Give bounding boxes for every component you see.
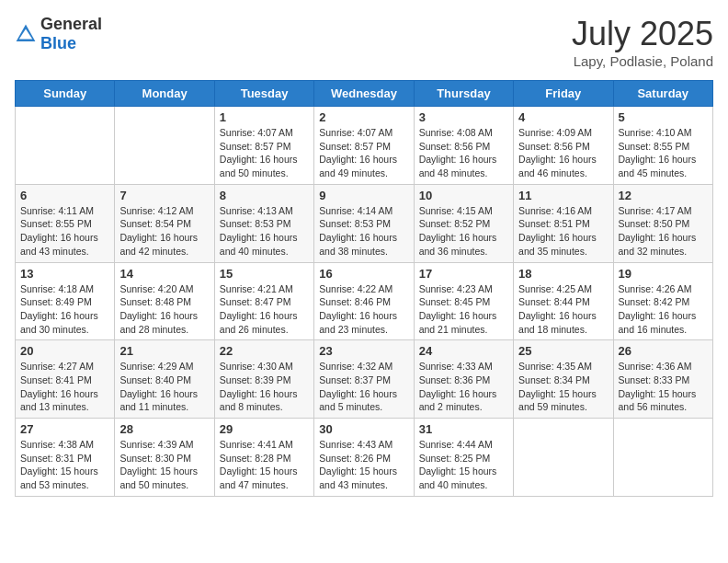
table-row xyxy=(115,107,214,185)
day-info-2: Sunrise: 4:07 AM Sunset: 8:57 PM Dayligh… xyxy=(319,126,408,180)
day-info-6: Sunrise: 4:11 AM Sunset: 8:55 PM Dayligh… xyxy=(20,204,109,259)
day-info-29: Sunrise: 4:41 AM Sunset: 8:28 PM Dayligh… xyxy=(220,438,309,492)
table-row: 21Sunrise: 4:29 AM Sunset: 8:40 PM Dayli… xyxy=(115,340,214,419)
table-row: 3Sunrise: 4:08 AM Sunset: 8:56 PM Daylig… xyxy=(414,107,513,185)
table-row: 2Sunrise: 4:07 AM Sunset: 8:57 PM Daylig… xyxy=(314,107,414,185)
day-number-20: 20 xyxy=(20,344,109,358)
table-row: 28Sunrise: 4:39 AM Sunset: 8:30 PM Dayli… xyxy=(115,419,214,497)
col-tuesday: Tuesday xyxy=(214,81,313,107)
title-block: July 2025 Lapy, Podlasie, Poland xyxy=(572,15,713,69)
calendar-table: Sunday Monday Tuesday Wednesday Thursday… xyxy=(15,80,713,497)
day-number-4: 4 xyxy=(518,110,608,124)
table-row: 25Sunrise: 4:35 AM Sunset: 8:34 PM Dayli… xyxy=(514,340,613,419)
table-row: 17Sunrise: 4:23 AM Sunset: 8:45 PM Dayli… xyxy=(414,262,513,340)
day-number-16: 16 xyxy=(319,267,408,281)
day-info-5: Sunrise: 4:10 AM Sunset: 8:55 PM Dayligh… xyxy=(619,126,708,180)
table-row: 16Sunrise: 4:22 AM Sunset: 8:46 PM Dayli… xyxy=(314,262,414,340)
table-row: 24Sunrise: 4:33 AM Sunset: 8:36 PM Dayli… xyxy=(414,340,513,419)
day-info-1: Sunrise: 4:07 AM Sunset: 8:57 PM Dayligh… xyxy=(220,126,309,180)
day-number-1: 1 xyxy=(220,110,309,124)
day-number-5: 5 xyxy=(619,110,708,124)
day-info-18: Sunrise: 4:25 AM Sunset: 8:44 PM Dayligh… xyxy=(518,282,608,337)
table-row: 20Sunrise: 4:27 AM Sunset: 8:41 PM Dayli… xyxy=(16,340,115,419)
calendar-week-5: 27Sunrise: 4:38 AM Sunset: 8:31 PM Dayli… xyxy=(16,419,713,497)
day-number-14: 14 xyxy=(119,267,209,281)
day-number-21: 21 xyxy=(119,344,209,358)
day-number-22: 22 xyxy=(220,344,309,358)
table-row: 7Sunrise: 4:12 AM Sunset: 8:54 PM Daylig… xyxy=(115,184,214,262)
day-number-10: 10 xyxy=(419,189,508,202)
table-row: 23Sunrise: 4:32 AM Sunset: 8:37 PM Dayli… xyxy=(314,340,414,419)
calendar-week-3: 13Sunrise: 4:18 AM Sunset: 8:49 PM Dayli… xyxy=(16,262,713,340)
logo-general: General xyxy=(40,15,102,33)
day-number-26: 26 xyxy=(619,344,708,358)
day-number-17: 17 xyxy=(419,267,508,281)
calendar-week-1: 1Sunrise: 4:07 AM Sunset: 8:57 PM Daylig… xyxy=(16,107,713,185)
col-thursday: Thursday xyxy=(414,81,513,107)
table-row: 15Sunrise: 4:21 AM Sunset: 8:47 PM Dayli… xyxy=(214,262,313,340)
table-row: 26Sunrise: 4:36 AM Sunset: 8:33 PM Dayli… xyxy=(613,340,712,419)
table-row: 19Sunrise: 4:26 AM Sunset: 8:42 PM Dayli… xyxy=(613,262,712,340)
day-number-24: 24 xyxy=(419,344,508,358)
day-info-9: Sunrise: 4:14 AM Sunset: 8:53 PM Dayligh… xyxy=(319,204,408,259)
day-number-6: 6 xyxy=(20,189,109,202)
day-number-18: 18 xyxy=(518,267,608,281)
day-number-12: 12 xyxy=(619,189,708,202)
table-row: 12Sunrise: 4:17 AM Sunset: 8:50 PM Dayli… xyxy=(613,184,712,262)
day-info-10: Sunrise: 4:15 AM Sunset: 8:52 PM Dayligh… xyxy=(419,204,508,259)
day-info-14: Sunrise: 4:20 AM Sunset: 8:48 PM Dayligh… xyxy=(119,282,209,337)
table-row xyxy=(514,419,613,497)
table-row: 6Sunrise: 4:11 AM Sunset: 8:55 PM Daylig… xyxy=(16,184,115,262)
table-row: 18Sunrise: 4:25 AM Sunset: 8:44 PM Dayli… xyxy=(514,262,613,340)
day-info-28: Sunrise: 4:39 AM Sunset: 8:30 PM Dayligh… xyxy=(119,438,209,492)
day-info-8: Sunrise: 4:13 AM Sunset: 8:53 PM Dayligh… xyxy=(220,204,309,259)
table-row xyxy=(16,107,115,185)
day-number-8: 8 xyxy=(220,189,309,202)
col-saturday: Saturday xyxy=(613,81,712,107)
day-number-15: 15 xyxy=(220,267,309,281)
day-info-19: Sunrise: 4:26 AM Sunset: 8:42 PM Dayligh… xyxy=(619,282,708,337)
day-number-25: 25 xyxy=(518,344,608,358)
calendar-week-4: 20Sunrise: 4:27 AM Sunset: 8:41 PM Dayli… xyxy=(16,340,713,419)
day-info-24: Sunrise: 4:33 AM Sunset: 8:36 PM Dayligh… xyxy=(419,360,508,414)
table-row: 1Sunrise: 4:07 AM Sunset: 8:57 PM Daylig… xyxy=(214,107,313,185)
table-row: 10Sunrise: 4:15 AM Sunset: 8:52 PM Dayli… xyxy=(414,184,513,262)
day-number-27: 27 xyxy=(20,422,109,436)
table-row: 22Sunrise: 4:30 AM Sunset: 8:39 PM Dayli… xyxy=(214,340,313,419)
day-number-11: 11 xyxy=(518,189,608,202)
logo-blue: Blue xyxy=(40,34,76,52)
day-info-12: Sunrise: 4:17 AM Sunset: 8:50 PM Dayligh… xyxy=(619,204,708,259)
day-info-22: Sunrise: 4:30 AM Sunset: 8:39 PM Dayligh… xyxy=(220,360,309,414)
day-info-11: Sunrise: 4:16 AM Sunset: 8:51 PM Dayligh… xyxy=(518,204,608,259)
day-info-7: Sunrise: 4:12 AM Sunset: 8:54 PM Dayligh… xyxy=(119,204,209,259)
day-info-4: Sunrise: 4:09 AM Sunset: 8:56 PM Dayligh… xyxy=(518,126,608,180)
day-number-30: 30 xyxy=(319,422,408,436)
logo: General Blue xyxy=(15,15,102,53)
col-wednesday: Wednesday xyxy=(314,81,414,107)
table-row: 27Sunrise: 4:38 AM Sunset: 8:31 PM Dayli… xyxy=(16,419,115,497)
day-number-2: 2 xyxy=(319,110,408,124)
day-info-27: Sunrise: 4:38 AM Sunset: 8:31 PM Dayligh… xyxy=(20,438,109,492)
day-number-9: 9 xyxy=(319,189,408,202)
day-number-13: 13 xyxy=(20,267,109,281)
day-info-21: Sunrise: 4:29 AM Sunset: 8:40 PM Dayligh… xyxy=(119,360,209,414)
day-info-16: Sunrise: 4:22 AM Sunset: 8:46 PM Dayligh… xyxy=(319,282,408,337)
day-number-19: 19 xyxy=(619,267,708,281)
table-row xyxy=(613,419,712,497)
table-row: 8Sunrise: 4:13 AM Sunset: 8:53 PM Daylig… xyxy=(214,184,313,262)
day-info-13: Sunrise: 4:18 AM Sunset: 8:49 PM Dayligh… xyxy=(20,282,109,337)
table-row: 4Sunrise: 4:09 AM Sunset: 8:56 PM Daylig… xyxy=(514,107,613,185)
location-subtitle: Lapy, Podlasie, Poland xyxy=(572,53,713,69)
day-number-23: 23 xyxy=(319,344,408,358)
col-monday: Monday xyxy=(115,81,214,107)
table-row: 14Sunrise: 4:20 AM Sunset: 8:48 PM Dayli… xyxy=(115,262,214,340)
logo-text: General Blue xyxy=(40,15,102,53)
day-info-23: Sunrise: 4:32 AM Sunset: 8:37 PM Dayligh… xyxy=(319,360,408,414)
day-info-26: Sunrise: 4:36 AM Sunset: 8:33 PM Dayligh… xyxy=(619,360,708,414)
generalblue-logo-icon xyxy=(15,23,37,45)
day-number-29: 29 xyxy=(220,422,309,436)
day-info-25: Sunrise: 4:35 AM Sunset: 8:34 PM Dayligh… xyxy=(518,360,608,414)
day-info-15: Sunrise: 4:21 AM Sunset: 8:47 PM Dayligh… xyxy=(220,282,309,337)
table-row: 30Sunrise: 4:43 AM Sunset: 8:26 PM Dayli… xyxy=(314,419,414,497)
calendar-week-2: 6Sunrise: 4:11 AM Sunset: 8:55 PM Daylig… xyxy=(16,184,713,262)
